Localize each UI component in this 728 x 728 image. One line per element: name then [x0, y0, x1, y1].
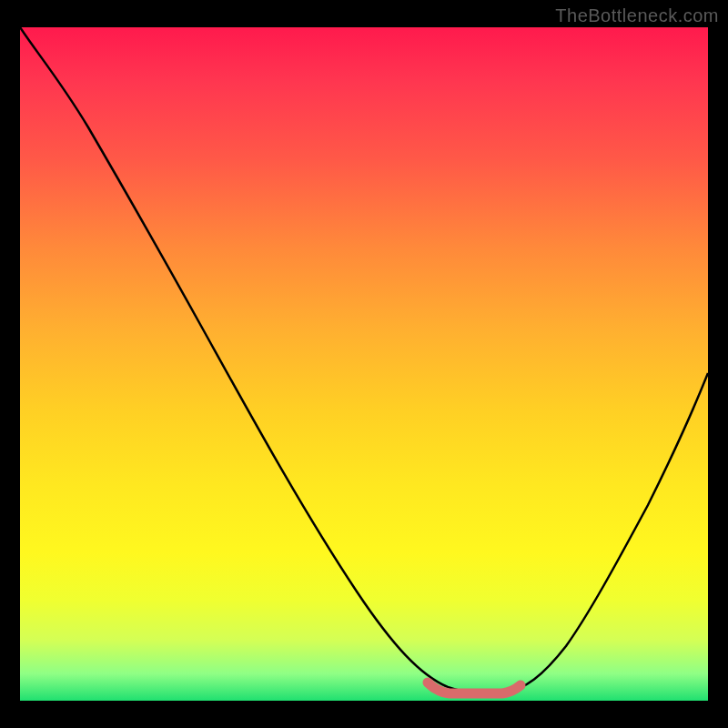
chart-frame [20, 27, 708, 701]
optimal-zone-marker [428, 682, 521, 693]
watermark-text: TheBottleneck.com [555, 5, 719, 26]
optimal-marker-svg [20, 27, 708, 701]
